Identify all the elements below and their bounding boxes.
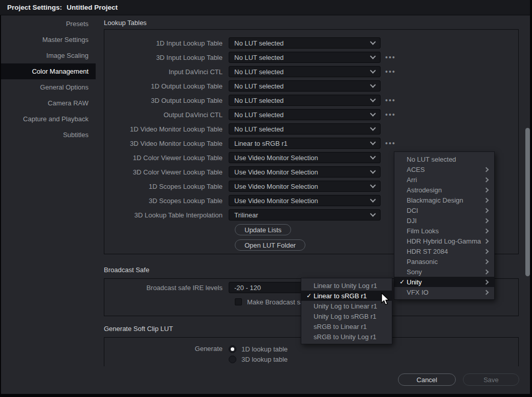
menu-item[interactable]: ✓ Sony [394, 267, 494, 277]
submenu-item[interactable]: ✓ sRGB to Linear r1 [301, 321, 392, 332]
menu-item[interactable]: ✓ Astrodesign [394, 185, 494, 195]
update-lists-button[interactable]: Update Lists [235, 224, 291, 235]
check-icon: ✓ [304, 292, 314, 299]
radio-label: 1D lookup table [241, 345, 287, 353]
lut-dropdown-value: Use Video Monitor Selection [234, 168, 371, 176]
menu-item-label: DCI [407, 207, 484, 214]
sidebar-item[interactable]: General Options [1, 79, 96, 95]
menu-item[interactable]: ✓ Arri [394, 174, 494, 185]
menu-item-label: Astrodesign [407, 186, 484, 194]
sidebar-item-label: Capture and Playback [23, 115, 88, 123]
sidebar-item-label: Presets [66, 20, 88, 28]
make-broadcast-safe-checkbox[interactable] [235, 298, 242, 305]
radio-button[interactable] [229, 356, 236, 363]
lut-row-label: 3D Color Viewer Lookup Table [104, 168, 229, 176]
chevron-right-icon [484, 238, 489, 244]
menu-item[interactable]: ✓ Film Looks [394, 226, 494, 236]
lut-row: 3D Video Monitor Lookup Table Linear to … [104, 136, 518, 150]
lut-row: 1D Video Monitor Lookup Table No LUT sel… [104, 122, 518, 136]
sidebar-item[interactable]: Presets [1, 16, 96, 32]
lut-row: 3D Input Lookup Table No LUT selected ••… [104, 50, 518, 64]
submenu-item[interactable]: ✓ Unity Log to sRGB r1 [301, 311, 392, 321]
lut-dropdown[interactable]: No LUT selected [229, 123, 381, 135]
menu-item[interactable]: ✓ DCI [394, 205, 494, 215]
chevron-down-icon [370, 196, 375, 202]
vertical-scrollbar-thumb[interactable] [525, 128, 530, 276]
lut-options-button[interactable]: ••• [385, 68, 396, 75]
submenu-item[interactable]: ✓ Linear to Unity Log r1 [301, 280, 392, 291]
sidebar-item-label: Image Scaling [47, 52, 88, 59]
lut-row-label: 3D Video Monitor Lookup Table [104, 140, 229, 147]
title-bar: Project Settings: Untitled Project [0, 0, 532, 15]
lut-options-button[interactable]: ••• [385, 54, 396, 61]
chevron-right-icon [484, 290, 489, 295]
lut-options-button[interactable]: ••• [385, 111, 396, 118]
lut-options-button[interactable]: ••• [385, 97, 396, 104]
sidebar-item[interactable]: Capture and Playback [1, 111, 96, 127]
menu-item-label: Blackmagic Design [407, 196, 484, 204]
menu-item[interactable]: ✓ VFX IO [394, 287, 494, 297]
lut-dropdown-value: No LUT selected [234, 82, 371, 90]
lut-dropdown[interactable]: No LUT selected [229, 66, 381, 77]
lut-dropdown[interactable]: Use Video Monitor Selection [229, 166, 381, 178]
lut-dropdown-value: No LUT selected [234, 111, 371, 119]
open-lut-folder-button[interactable]: Open LUT Folder [235, 239, 305, 251]
menu-item[interactable]: ✓ HDR Hybrid Log-Gamma [394, 236, 494, 246]
menu-item-label: Unity [407, 278, 484, 286]
lut-dropdown[interactable]: Linear to sRGB r1 [229, 138, 381, 149]
submenu-item-label: Unity Log to sRGB r1 [314, 313, 387, 320]
lut-row-label: 1D Scopes Lookup Table [104, 183, 229, 190]
chevron-right-icon [484, 208, 489, 213]
chevron-right-icon [484, 259, 489, 264]
menu-item[interactable]: ✓ Blackmagic Design [394, 195, 494, 205]
chevron-down-icon [370, 96, 375, 102]
menu-item[interactable]: ✓ DJI [394, 215, 494, 226]
lut-row-label: 3D Lookup Table Interpolation [104, 211, 229, 219]
lut-dropdown-value: No LUT selected [234, 54, 371, 61]
sidebar-item[interactable]: Color Management [1, 63, 96, 79]
save-button[interactable]: Save [463, 373, 519, 386]
menu-item[interactable]: ✓ HDR ST 2084 [394, 246, 494, 256]
ire-levels-label: Broadcast safe IRE levels [104, 284, 229, 292]
sidebar-item[interactable]: Camera RAW [1, 95, 96, 111]
submenu-item[interactable]: ✓ sRGB to Unity Log r1 [301, 332, 392, 342]
menu-item[interactable]: ✓ No LUT selected [394, 154, 494, 164]
lut-dropdown[interactable]: No LUT selected [229, 37, 381, 49]
chevron-down-icon [370, 182, 375, 188]
submenu-item[interactable]: ✓ Unity Log to Linear r1 [301, 301, 392, 311]
lut-dropdown[interactable]: Use Video Monitor Selection [229, 181, 381, 192]
lut-dropdown[interactable]: Trilinear [229, 209, 381, 220]
submenu-item-label: Unity Log to Linear r1 [314, 302, 387, 310]
radio-label: 3D lookup table [241, 356, 287, 363]
lut-dropdown[interactable]: No LUT selected [229, 80, 381, 92]
radio-row: 1D lookup table [229, 344, 287, 354]
lut-row-label: 3D Input Lookup Table [104, 54, 229, 61]
submenu-item[interactable]: ✓ Linear to sRGB r1 [301, 291, 392, 301]
sidebar-item-label: Camera RAW [48, 99, 88, 107]
lut-dropdown[interactable]: No LUT selected [229, 52, 381, 63]
chevron-down-icon [370, 125, 375, 130]
lut-dropdown[interactable]: No LUT selected [229, 109, 381, 120]
cancel-button[interactable]: Cancel [398, 373, 456, 386]
submenu-item-label: Linear to Unity Log r1 [314, 282, 387, 290]
project-name: Untitled Project [66, 4, 118, 11]
menu-item[interactable]: ✓ Unity [394, 277, 494, 287]
menu-item[interactable]: ✓ ACES [394, 164, 494, 174]
sidebar-item[interactable]: Master Settings [1, 32, 96, 48]
lut-dropdown[interactable]: No LUT selected [229, 95, 381, 106]
sidebar-item-label: Subtitles [63, 131, 88, 139]
chevron-right-icon [484, 197, 489, 203]
lut-row: 1D Output Lookup Table No LUT selected •… [104, 79, 518, 93]
chevron-right-icon [484, 228, 489, 233]
chevron-right-icon [484, 269, 489, 274]
lut-dropdown-value: Trilinear [234, 211, 371, 219]
lut-dropdown[interactable]: Use Video Monitor Selection [229, 152, 381, 163]
sidebar-item[interactable]: Subtitles [1, 127, 96, 143]
menu-item-label: No LUT selected [407, 156, 484, 163]
sidebar-item[interactable]: Image Scaling [1, 48, 96, 63]
lut-row: Input DaVinci CTL No LUT selected ••• [104, 64, 518, 79]
lut-dropdown[interactable]: Use Video Monitor Selection [229, 195, 381, 206]
lut-options-button[interactable]: ••• [385, 140, 396, 147]
radio-button[interactable] [229, 345, 236, 353]
menu-item[interactable]: ✓ Panasonic [394, 256, 494, 267]
